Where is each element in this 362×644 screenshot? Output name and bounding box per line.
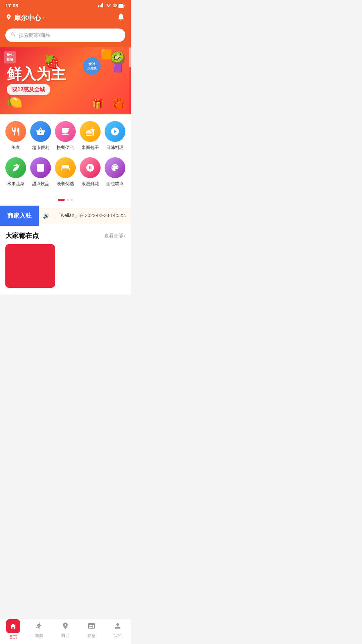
cube-decor2: 🟪 (113, 64, 122, 73)
app-header: 摩尔中心 › (0, 10, 131, 29)
search-container: 搜索商家/商品 (0, 29, 131, 47)
battery-icon: 38 (113, 3, 125, 8)
nav-paotui-label: 跑腿 (35, 633, 43, 639)
location-arrow: › (43, 15, 45, 21)
nav-xinxi-icon (87, 622, 96, 632)
svg-rect-7 (125, 5, 125, 6)
merchant-banner: 商家入驻 🔊 ，「wellan」在 2022-02-28 14:52:4 (0, 206, 131, 226)
view-all-text: 查看全部 (104, 233, 123, 239)
category-kuaican-label: 快餐便当 (57, 145, 74, 151)
bottom-navigation: 首页 跑腿 附近 信息 (0, 619, 131, 644)
location-name: 摩尔中心 (14, 13, 41, 22)
category-wancan-label: 晚餐优选 (57, 181, 74, 187)
banner-title: 鲜入为主 (7, 67, 66, 82)
wifi-icon (106, 3, 112, 8)
category-shuiguo[interactable]: 水果蔬菜 (4, 157, 27, 187)
category-wancan-icon (55, 157, 76, 178)
nav-wode[interactable]: 我的 (108, 622, 128, 640)
category-langman[interactable]: 浪漫鲜花 (79, 157, 102, 187)
category-mianbao[interactable]: 面包糕点 (104, 157, 126, 187)
category-shuiguo-icon (5, 157, 26, 178)
category-rihan-label: 日韩料理 (106, 145, 124, 151)
location-selector[interactable]: 摩尔中心 › (5, 13, 45, 22)
svg-rect-2 (101, 4, 102, 7)
svg-rect-1 (100, 5, 101, 7)
category-chaoshi[interactable]: 超市便利 (29, 121, 52, 151)
search-bar[interactable]: 搜索商家/商品 (5, 29, 125, 42)
category-kuaican[interactable]: 快餐便当 (54, 121, 77, 151)
banner-badge: 抢先 抢鲜 (4, 51, 16, 63)
category-tiandian-icon (30, 157, 51, 178)
pagination-dots (0, 197, 131, 206)
category-langman-label: 浪漫鲜花 (81, 181, 99, 187)
merchant-join-button[interactable]: 商家入驻 (0, 206, 39, 226)
merchant-notice: 🔊 ，「wellan」在 2022-02-28 14:52:4 (39, 208, 131, 224)
category-tiandian-label: 甜点饮品 (32, 181, 49, 187)
category-meishi-label: 美食 (11, 145, 20, 151)
popular-title: 大家都在点 (5, 231, 39, 240)
speaker-icon: 🔊 (43, 213, 50, 219)
nav-fujin[interactable]: 附近 (55, 622, 75, 640)
banner-text: 鲜入为主 双12惠及全城 (7, 67, 66, 95)
view-all-button[interactable]: 查看全部 › (104, 233, 125, 239)
popular-section-header: 大家都在点 查看全部 › (0, 226, 131, 244)
category-rihan[interactable]: 日韩料理 (104, 121, 126, 151)
search-icon (11, 32, 16, 39)
category-shuiguo-label: 水果蔬菜 (7, 181, 24, 187)
nav-paotui[interactable]: 跑腿 (29, 622, 49, 640)
category-wancan[interactable]: 晚餐优选 (54, 157, 77, 187)
nav-wode-label: 我的 (114, 633, 122, 639)
nav-home-icon (6, 619, 20, 633)
nav-wode-icon (114, 622, 122, 632)
category-row-2: 水果蔬菜 甜点饮品 晚餐优选 (3, 157, 127, 187)
inactive-dot-2 (71, 199, 73, 201)
category-tiandian[interactable]: 甜点饮品 (29, 157, 52, 187)
promo-banner[interactable]: 抢先 抢鲜 🍓 鲜入为主 双12惠及全城 食补 大作战 🥝 🟧 🟪 🦀 🍋 🎁 (0, 47, 131, 114)
banner-subtitle: 双12惠及全城 (7, 84, 50, 95)
nav-xinxi-label: 信息 (87, 633, 96, 639)
cube-decor1: 🟧 (101, 49, 112, 60)
nav-fujin-icon (61, 622, 69, 632)
category-kuaican-icon (55, 121, 76, 142)
signal-icon (98, 3, 104, 8)
nav-home[interactable]: 首页 (3, 622, 23, 640)
category-mianbao-label: 面包糕点 (106, 181, 124, 187)
notification-bell[interactable] (117, 12, 125, 23)
categories-section: 美食 超市便利 快餐便当 (0, 114, 131, 197)
status-icons: 38 (98, 3, 125, 8)
active-dot (58, 199, 65, 201)
category-row-1: 美食 超市便利 快餐便当 (3, 121, 127, 151)
view-all-arrow: › (124, 233, 125, 238)
status-time: 17:08 (5, 3, 18, 8)
food-supplement-badge: 食补 大作战 (83, 57, 101, 75)
category-mimian[interactable]: 米面包子 (79, 121, 102, 151)
kiwi-decor: 🥝 (110, 51, 126, 65)
category-chaoshi-label: 超市便利 (32, 145, 49, 151)
nav-fujin-label: 附近 (61, 633, 69, 639)
crab-decor: 🦀 (111, 95, 127, 111)
banner-scrollbar (129, 47, 131, 114)
nav-home-label: 首页 (9, 634, 17, 640)
svg-rect-0 (98, 5, 99, 7)
gift-decor: 🎁 (92, 98, 104, 109)
yellow-kiwi-decor: 🍋 (7, 95, 22, 109)
category-langman-icon (80, 157, 101, 178)
inactive-dot-1 (67, 199, 69, 201)
product-card-1[interactable] (5, 244, 55, 288)
category-mimian-icon (80, 121, 101, 142)
status-bar: 17:08 38 (0, 0, 131, 10)
category-chaoshi-icon (30, 121, 51, 142)
category-rihan-icon (105, 121, 125, 142)
banner-container[interactable]: 抢先 抢鲜 🍓 鲜入为主 双12惠及全城 食补 大作战 🥝 🟧 🟪 🦀 🍋 🎁 (0, 47, 131, 114)
notice-text: ，「wellan」在 2022-02-28 14:52:4 (52, 213, 126, 219)
search-placeholder-text: 搜索商家/商品 (19, 32, 50, 39)
nav-paotui-icon (35, 622, 43, 632)
svg-rect-6 (119, 4, 124, 7)
category-mianbao-icon (105, 157, 125, 178)
category-mimian-label: 米面包子 (81, 145, 99, 151)
product-area (0, 244, 131, 294)
category-meishi[interactable]: 美食 (4, 121, 27, 151)
nav-xinxi[interactable]: 信息 (81, 622, 102, 640)
location-pin-icon (5, 14, 12, 22)
svg-rect-3 (102, 3, 103, 7)
